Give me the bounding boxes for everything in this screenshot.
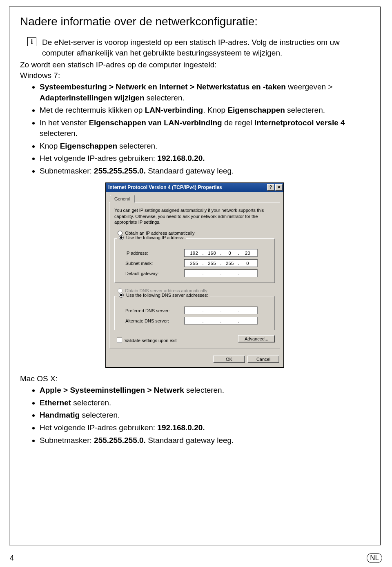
tab-general[interactable]: General (110, 195, 135, 202)
windows-list: Systeembesturing > Netwerk en internet >… (20, 82, 370, 177)
pref-dns-input[interactable]: ... (184, 307, 258, 314)
intro-text: Zo wordt een statisch IP-adres op de com… (20, 60, 370, 70)
list-item: Systeembesturing > Netwerk en internet >… (40, 82, 370, 103)
lang-badge: NL (367, 553, 382, 563)
subnet-input[interactable]: 255.255.255.0 (184, 259, 258, 267)
page-title: Nadere informatie over de netwerkconfigu… (20, 15, 370, 28)
list-item: Subnetmasker: 255.255.255.0. Standaard g… (40, 166, 370, 177)
list-item: Knop Eigenschappen selecteren. (40, 141, 370, 152)
alt-dns-input[interactable]: ... (184, 317, 258, 325)
gateway-input[interactable]: ... (184, 269, 258, 277)
radio-icon (119, 235, 124, 240)
list-item: Apple > Systeeminstellingen > Netwerk se… (40, 385, 370, 396)
list-item: Met de rechtermuis klikken op LAN-verbin… (40, 105, 370, 116)
list-item: In het venster Eigenschappen van LAN-ver… (40, 118, 370, 139)
advanced-button[interactable]: Advanced... (238, 335, 275, 342)
cancel-button[interactable]: Cancel (247, 356, 279, 363)
radio-use-dns[interactable]: Use the following DNS server addresses: (117, 293, 210, 298)
gateway-label: Default gateway: (119, 271, 184, 276)
list-item: Ethernet selecteren. (40, 398, 370, 409)
radio-use-ip[interactable]: Use the following IP address: (117, 235, 186, 240)
macos-heading: Mac OS X: (20, 374, 370, 383)
validate-checkbox[interactable] (117, 338, 122, 343)
macos-list: Apple > Systeeminstellingen > Netwerk se… (20, 385, 370, 446)
ok-button[interactable]: OK (213, 356, 245, 363)
info-icon: i (27, 37, 36, 46)
dialog-title: Internet Protocol Version 4 (TCP/IPv4) P… (108, 185, 266, 190)
list-item: Subnetmasker: 255.255.255.0. Standaard g… (40, 435, 370, 446)
validate-label: Validate settings upon exit (125, 338, 177, 343)
ipv4-dialog: Internet Protocol Version 4 (TCP/IPv4) P… (105, 182, 284, 368)
pref-dns-label: Preferred DNS server: (119, 308, 184, 313)
close-icon[interactable]: ✕ (275, 184, 283, 191)
list-item: Het volgende IP-adres gebruiken: 192.168… (40, 153, 370, 164)
alt-dns-label: Alternate DNS server: (119, 318, 184, 323)
list-item: Handmatig selecteren. (40, 410, 370, 421)
info-text: De eNet-server is voorop ingesteld op ee… (42, 37, 370, 58)
dialog-desc: You can get IP settings assigned automat… (114, 207, 275, 226)
page-number: 4 (10, 554, 14, 563)
help-icon[interactable]: ? (267, 184, 274, 191)
ip-address-input[interactable]: 192.168.0.20 (184, 249, 258, 257)
ip-label: IP address: (119, 251, 184, 256)
windows-heading: Windows 7: (20, 71, 370, 80)
radio-icon (119, 293, 124, 298)
list-item: Het volgende IP-adres gebruiken: 192.168… (40, 422, 370, 434)
subnet-label: Subnet mask: (119, 261, 184, 266)
